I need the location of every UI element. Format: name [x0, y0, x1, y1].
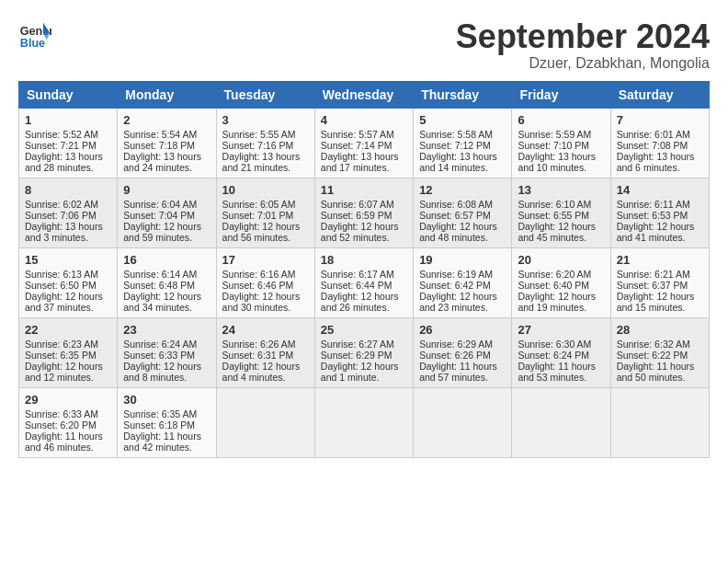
calendar-day-cell: 2Sunrise: 5:54 AMSunset: 7:18 PMDaylight…: [118, 108, 216, 178]
month-title: September 2024: [456, 18, 710, 55]
day-info-line: Daylight: 13 hours: [123, 151, 210, 162]
calendar-day-cell: 12Sunrise: 6:08 AMSunset: 6:57 PMDayligh…: [414, 178, 512, 247]
day-info-line: Sunrise: 6:29 AM: [419, 339, 506, 350]
day-info-line: Sunset: 6:40 PM: [518, 280, 604, 291]
calendar-day-cell: [216, 387, 314, 457]
day-info-line: and 30 minutes.: [222, 302, 309, 313]
day-info-line: Sunset: 6:33 PM: [123, 350, 210, 361]
calendar-day-cell: 18Sunrise: 6:17 AMSunset: 6:44 PMDayligh…: [314, 247, 413, 317]
calendar-day-cell: 1Sunrise: 5:52 AMSunset: 7:21 PMDaylight…: [19, 108, 118, 178]
day-info-line: Daylight: 12 hours: [25, 361, 111, 372]
day-info-line: and 28 minutes.: [25, 162, 111, 173]
day-info-line: Sunrise: 6:21 AM: [617, 269, 703, 280]
weekday-cell: Sunday: [19, 81, 118, 108]
day-info-line: and 14 minutes.: [419, 162, 506, 173]
calendar-day-cell: 9Sunrise: 6:04 AMSunset: 7:04 PMDaylight…: [118, 178, 216, 247]
calendar-day-cell: 16Sunrise: 6:14 AMSunset: 6:48 PMDayligh…: [118, 247, 216, 317]
day-info-line: Sunset: 6:29 PM: [321, 350, 407, 361]
day-info-line: Sunset: 7:14 PM: [321, 140, 407, 151]
day-info-line: and 50 minutes.: [617, 372, 703, 383]
day-info-line: Sunrise: 6:14 AM: [123, 269, 210, 280]
day-info-line: and 8 minutes.: [123, 372, 210, 383]
calendar-day-cell: 17Sunrise: 6:16 AMSunset: 6:46 PMDayligh…: [216, 247, 314, 317]
day-number: 9: [123, 183, 210, 197]
day-info-line: Sunrise: 6:04 AM: [123, 199, 210, 210]
day-info-line: Sunrise: 6:10 AM: [518, 199, 604, 210]
calendar-day-cell: 26Sunrise: 6:29 AMSunset: 6:26 PMDayligh…: [414, 317, 512, 387]
day-info-line: Sunset: 6:57 PM: [419, 210, 506, 221]
calendar-week-row: 15Sunrise: 6:13 AMSunset: 6:50 PMDayligh…: [19, 247, 710, 317]
day-number: 12: [419, 183, 506, 197]
day-info-line: Sunrise: 5:55 AM: [222, 129, 309, 140]
day-info-line: and 45 minutes.: [518, 232, 604, 243]
calendar-day-cell: 4Sunrise: 5:57 AMSunset: 7:14 PMDaylight…: [314, 108, 413, 178]
weekday-cell: Thursday: [414, 81, 512, 108]
day-info-line: Daylight: 12 hours: [25, 291, 111, 302]
calendar-day-cell: 8Sunrise: 6:02 AMSunset: 7:06 PMDaylight…: [19, 178, 118, 247]
day-info-line: Daylight: 12 hours: [321, 291, 407, 302]
calendar-day-cell: 20Sunrise: 6:20 AMSunset: 6:40 PMDayligh…: [512, 247, 610, 317]
day-info-line: Daylight: 12 hours: [222, 291, 309, 302]
day-info-line: and 10 minutes.: [518, 162, 604, 173]
day-info-line: Sunrise: 6:17 AM: [321, 269, 407, 280]
calendar-day-cell: 22Sunrise: 6:23 AMSunset: 6:35 PMDayligh…: [19, 317, 118, 387]
day-info-line: Sunrise: 6:08 AM: [419, 199, 506, 210]
weekday-cell: Friday: [512, 81, 610, 108]
day-info-line: Daylight: 12 hours: [617, 291, 703, 302]
calendar-day-cell: 25Sunrise: 6:27 AMSunset: 6:29 PMDayligh…: [314, 317, 413, 387]
day-info-line: Sunrise: 6:16 AM: [222, 269, 309, 280]
day-info-line: Daylight: 12 hours: [617, 221, 703, 232]
calendar-day-cell: 11Sunrise: 6:07 AMSunset: 6:59 PMDayligh…: [314, 178, 413, 247]
day-info-line: Sunrise: 5:58 AM: [419, 129, 506, 140]
day-info-line: Sunset: 6:44 PM: [321, 280, 407, 291]
day-info-line: Sunrise: 6:11 AM: [617, 199, 703, 210]
day-info-line: and 53 minutes.: [518, 372, 604, 383]
day-info-line: and 34 minutes.: [123, 302, 210, 313]
day-info-line: Sunset: 6:50 PM: [25, 280, 111, 291]
header: General Blue September 2024 Dzuer, Dzabk…: [18, 18, 710, 72]
day-info-line: and 6 minutes.: [617, 162, 703, 173]
weekday-cell: Saturday: [610, 81, 709, 108]
day-info-line: Sunrise: 6:23 AM: [25, 339, 111, 350]
day-info-line: Sunset: 6:59 PM: [321, 210, 407, 221]
day-info-line: and 3 minutes.: [25, 232, 111, 243]
day-info-line: and 26 minutes.: [321, 302, 407, 313]
day-info-line: Sunset: 7:16 PM: [222, 140, 309, 151]
day-number: 19: [419, 253, 506, 267]
day-info-line: and 57 minutes.: [419, 372, 506, 383]
calendar-day-cell: 14Sunrise: 6:11 AMSunset: 6:53 PMDayligh…: [610, 178, 709, 247]
day-info-line: Sunset: 6:53 PM: [617, 210, 703, 221]
day-number: 10: [222, 183, 309, 197]
calendar-day-cell: 29Sunrise: 6:33 AMSunset: 6:20 PMDayligh…: [19, 387, 118, 457]
calendar-day-cell: 3Sunrise: 5:55 AMSunset: 7:16 PMDaylight…: [216, 108, 314, 178]
day-info-line: Daylight: 11 hours: [123, 431, 210, 442]
day-number: 14: [617, 183, 703, 197]
day-info-line: Sunset: 6:42 PM: [419, 280, 506, 291]
day-info-line: Sunrise: 6:02 AM: [25, 199, 111, 210]
calendar-day-cell: 23Sunrise: 6:24 AMSunset: 6:33 PMDayligh…: [118, 317, 216, 387]
weekday-header-row: SundayMondayTuesdayWednesdayThursdayFrid…: [19, 81, 710, 108]
calendar-day-cell: 7Sunrise: 6:01 AMSunset: 7:08 PMDaylight…: [610, 108, 709, 178]
day-info-line: Daylight: 12 hours: [518, 291, 604, 302]
day-info-line: and 56 minutes.: [222, 232, 309, 243]
day-info-line: Daylight: 12 hours: [518, 221, 604, 232]
day-info-line: Daylight: 13 hours: [617, 151, 703, 162]
calendar-day-cell: 21Sunrise: 6:21 AMSunset: 6:37 PMDayligh…: [610, 247, 709, 317]
day-info-line: Sunrise: 6:20 AM: [518, 269, 604, 280]
day-info-line: Sunrise: 5:57 AM: [321, 129, 407, 140]
day-info-line: Daylight: 13 hours: [25, 151, 111, 162]
day-info-line: Sunrise: 6:01 AM: [617, 129, 703, 140]
day-info-line: Sunrise: 6:05 AM: [222, 199, 309, 210]
day-info-line: and 59 minutes.: [123, 232, 210, 243]
day-info-line: Daylight: 12 hours: [123, 361, 210, 372]
day-info-line: Sunset: 6:46 PM: [222, 280, 309, 291]
day-number: 25: [321, 323, 407, 337]
day-info-line: Sunset: 7:06 PM: [25, 210, 111, 221]
day-info-line: Sunset: 6:31 PM: [222, 350, 309, 361]
day-number: 26: [419, 323, 506, 337]
day-info-line: Sunrise: 6:27 AM: [321, 339, 407, 350]
day-info-line: Daylight: 13 hours: [25, 221, 111, 232]
day-info-line: Daylight: 11 hours: [518, 361, 604, 372]
day-info-line: Daylight: 12 hours: [419, 221, 506, 232]
day-info-line: Sunrise: 6:32 AM: [617, 339, 703, 350]
